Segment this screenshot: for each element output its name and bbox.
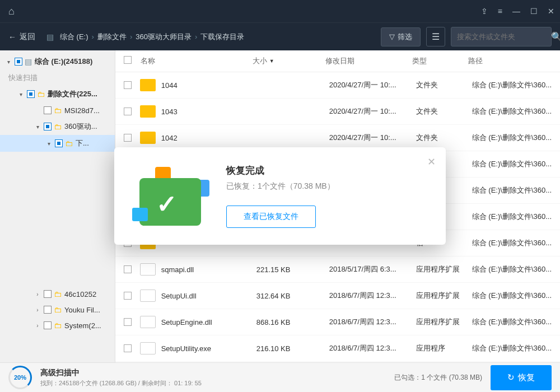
select-all-checkbox[interactable]	[124, 56, 132, 64]
tree-item-selected[interactable]: ▾🗀 下...	[0, 135, 115, 152]
share-icon[interactable]: ⇪	[481, 7, 488, 16]
quick-scan-label: 快速扫描	[0, 70, 115, 86]
progress-percent: 20%	[14, 374, 26, 381]
file-row[interactable]: sqmapi.dll 221.15 KB 2018/5/17/周四 6:3...…	[115, 256, 560, 283]
breadcrumb-seg[interactable]: 下载保存目录	[200, 32, 244, 42]
file-row[interactable]: 1043 2020/4/27/周一 10:... 文件夹 综合 (E:)\删除文…	[115, 99, 560, 125]
status-title: 高级扫描中	[40, 368, 386, 378]
header-type[interactable]: 类型	[412, 56, 468, 66]
file-name: SetupEngine.dll	[161, 318, 256, 326]
tree-item[interactable]: ›🗀 Youku Fil...	[0, 302, 115, 318]
drive-icon: ▤	[46, 32, 54, 41]
modal-button-label: 查看已恢复文件	[244, 212, 298, 221]
file-size: 216.10 KB	[256, 344, 329, 353]
breadcrumb: ▤ 综合 (E:) › 删除文件 › 360驱动大师目录 › 下载保存目录	[46, 32, 375, 42]
file-name: SetupUtility.exe	[161, 344, 256, 353]
file-type: 应用程序	[416, 343, 472, 353]
tree-item-label: MSI28d7...	[64, 106, 100, 115]
modal-close-icon[interactable]: ✕	[427, 156, 436, 168]
tree-root[interactable]: ▾▤ 综合 (E:)(245188)	[0, 53, 115, 70]
header-date[interactable]: 修改日期	[325, 56, 412, 66]
tree-item[interactable]: 🗀 MSI28d7...	[0, 102, 115, 118]
file-path: 综合 (E:)\删除文件\360...	[472, 291, 552, 301]
row-checkbox[interactable]	[124, 108, 132, 115]
folder-icon	[140, 79, 156, 91]
file-path: 综合 (E:)\删除文件\360...	[472, 159, 552, 169]
row-checkbox[interactable]	[124, 292, 132, 300]
file-row[interactable]: SetupEngine.dll 868.16 KB 2018/6/7/周四 12…	[115, 309, 560, 335]
search-box[interactable]: 🔍	[451, 27, 552, 46]
file-name: SetupUi.dll	[161, 292, 256, 300]
file-name: sqmapi.dll	[161, 265, 256, 274]
modal-content: 恢复完成 已恢复：1个文件（70.38 MB） 查看已恢复文件	[226, 164, 335, 228]
file-path: 综合 (E:)\删除文件\360...	[472, 264, 552, 274]
file-path: 综合 (E:)\删除文件\360...	[472, 238, 552, 248]
row-checkbox[interactable]	[124, 265, 132, 273]
modal-illustration: ✓	[137, 164, 209, 226]
tree-item[interactable]: ›🗀 46c10252	[0, 286, 115, 302]
file-row[interactable]: SetupUtility.exe 216.10 KB 2018/6/7/周四 1…	[115, 335, 560, 362]
row-checkbox[interactable]	[124, 344, 132, 352]
back-label: 返回	[20, 32, 35, 42]
minimize-icon[interactable]: —	[512, 7, 520, 16]
tree-deleted-label: 删除文件(225...	[48, 89, 97, 99]
file-row[interactable]: SetupUi.dll 312.64 KB 2018/6/7/周四 12:3..…	[115, 283, 560, 309]
sort-desc-icon: ▼	[269, 58, 274, 64]
tree-item[interactable]: ›🗀 System(2...	[0, 318, 115, 333]
filter-icon: ▽	[389, 32, 395, 41]
breadcrumb-seg[interactable]: 360驱动大师目录	[136, 32, 192, 42]
breadcrumb-seg[interactable]: 删除文件	[97, 32, 127, 42]
filter-button[interactable]: ▽ 筛选	[381, 27, 421, 46]
folder-icon	[140, 132, 156, 144]
file-type: 应用程序扩展	[416, 264, 472, 274]
tree-item-label: System(2...	[64, 321, 101, 330]
file-path: 综合 (E:)\删除文件\360...	[472, 317, 552, 327]
header-size[interactable]: 大小 ▼	[253, 56, 325, 66]
folder-icon	[140, 105, 156, 118]
tree-item[interactable]: ▾🗀 360驱动...	[0, 118, 115, 135]
sidebar: ▾▤ 综合 (E:)(245188) 快速扫描 ▾🗀 删除文件(225... 🗀…	[0, 50, 115, 362]
view-recovered-button[interactable]: 查看已恢复文件	[226, 206, 316, 228]
search-input[interactable]	[457, 32, 551, 41]
modal-message: 已恢复：1个文件（70.38 MB）	[226, 181, 335, 192]
tree-item-label: 360驱动...	[64, 122, 97, 132]
file-size: 868.16 KB	[256, 318, 329, 326]
file-type: 文件夹	[416, 80, 472, 90]
file-row[interactable]: 1044 2020/4/27/周一 10:... 文件夹 综合 (E:)\删除文…	[115, 72, 560, 99]
maximize-icon[interactable]: ☐	[530, 7, 538, 16]
menu-icon[interactable]: ≡	[498, 7, 502, 16]
titlebar: ⌂ ⇪ ≡ — ☐ ✕	[0, 0, 560, 22]
tree-item-label: 下...	[76, 138, 89, 148]
back-button[interactable]: ← 返回	[8, 32, 35, 42]
row-checkbox[interactable]	[124, 318, 132, 326]
filter-label: 筛选	[398, 32, 412, 42]
file-date: 2018/6/7/周四 12:3...	[329, 343, 416, 353]
header-name[interactable]: 名称	[141, 56, 253, 66]
row-checkbox[interactable]	[124, 81, 132, 89]
status-detail: 找到：245188个文件 (1268.86 GB) / 剩余时间： 01: 19…	[40, 379, 386, 388]
file-size: 221.15 KB	[256, 265, 329, 274]
recover-button[interactable]: ↻ 恢复	[491, 365, 552, 390]
file-date: 2020/4/27/周一 10:...	[329, 106, 416, 116]
file-name: 1042	[161, 134, 256, 142]
search-icon[interactable]: 🔍	[551, 31, 560, 42]
toolbar: ← 返回 ▤ 综合 (E:) › 删除文件 › 360驱动大师目录 › 下载保存…	[0, 22, 560, 50]
file-name: 1044	[161, 81, 256, 90]
file-date: 2018/6/7/周四 12:3...	[329, 291, 416, 301]
separator-icon: ›	[130, 32, 132, 41]
row-checkbox[interactable]	[124, 134, 132, 142]
breadcrumb-drive[interactable]: 综合 (E:)	[60, 32, 88, 42]
header-path[interactable]: 路径	[468, 56, 552, 66]
tree-deleted[interactable]: ▾🗀 删除文件(225...	[0, 86, 115, 102]
file-name: 1043	[161, 108, 256, 116]
file-path: 综合 (E:)\删除文件\360...	[472, 212, 552, 222]
tree-item-label: 46c10252	[64, 290, 96, 298]
file-path: 综合 (E:)\删除文件\360...	[472, 343, 552, 353]
view-toggle-button[interactable]: ☰	[426, 27, 445, 46]
file-type: 文件夹	[416, 133, 472, 143]
close-icon[interactable]: ✕	[548, 7, 554, 16]
tree-root-label: 综合 (E:)(245188)	[35, 57, 92, 67]
file-date: 2018/5/17/周四 6:3...	[329, 264, 416, 274]
home-icon[interactable]: ⌂	[6, 3, 17, 20]
modal-title: 恢复完成	[226, 164, 335, 177]
